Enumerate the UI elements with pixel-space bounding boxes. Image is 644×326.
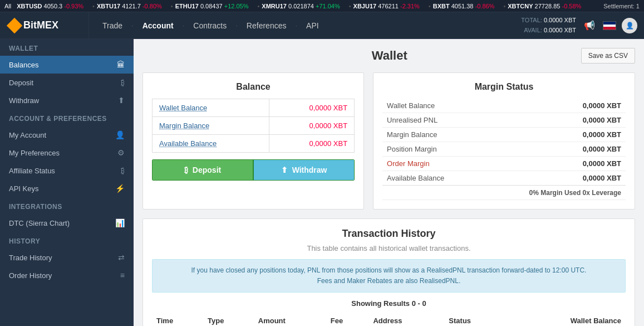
withdraw-btn-icon: ⬆ [281,166,288,174]
margin-table: Wallet Balance 0,0000 XBT Unrealised PNL… [382,99,626,200]
wallet-balance-value: 0,0000 XBT [269,99,354,117]
settlement-label: Settlement: 1 [603,3,640,9]
margin-wallet-balance-value: 0,0000 XBT [524,99,626,113]
col-amount: Amount [254,313,326,326]
sidebar-item-preferences[interactable]: My Preferences ⚙ [0,144,134,162]
transaction-section: Transaction History This table contains … [142,218,635,326]
order-history-icon: ≡ [120,271,125,280]
nav-contracts[interactable]: Contracts [184,12,235,38]
margin-balance-label[interactable]: Margin Balance [153,117,269,135]
wallet-header: Wallet Save as CSV [142,48,635,64]
sidebar-account-header: Account & Preferences [0,109,134,126]
ticker-item-ethu17[interactable]: ETHU17 0.08437 +12.05% [175,3,249,9]
nav-links: Trade · Account · Contracts · References… [89,12,521,38]
margin-section: Margin Status Wallet Balance 0,0000 XBT … [373,72,635,210]
available-balance-label2: Available Balance [382,171,524,186]
tx-info-line2: Fees and Maker Rebates are also Realised… [161,276,616,286]
available-balance-value: 0,0000 XBT [269,135,354,153]
save-csv-button[interactable]: Save as CSV [581,48,635,64]
sidebar-order-history-label: Order History [9,271,52,280]
action-buttons: ₿ Deposit ⬆ Withdraw [152,159,355,181]
balance-margin-row: Balance Wallet Balance 0,0000 XBT Margin… [142,72,635,210]
sidebar-affiliate-label: Affiliate Status [9,167,55,175]
sidebar-item-affiliate[interactable]: Affiliate Status ₿ [0,162,134,179]
unrealised-pnl-value: 0,0000 XBT [524,113,626,128]
order-margin-value: 0,0000 XBT [524,157,626,171]
sidebar-item-balances[interactable]: Balances 🏛 [0,56,134,74]
withdraw-button[interactable]: ⬆ Withdraw [254,160,354,180]
deposit-button[interactable]: ₿ Deposit [153,160,253,180]
dtc-icon: 📊 [115,218,125,227]
user-avatar[interactable]: 👤 [622,18,637,33]
sidebar-item-dtc[interactable]: DTC (Sierra Chart) 📊 [0,214,134,232]
sidebar: Wallet Balances 🏛 Deposit ₿ Withdraw ⬆ A… [0,39,134,326]
nav-right: TOTAL: 0.0000 XBT AVAIL: 0.0000 XBT 📢 👤 [521,16,644,35]
nav-api[interactable]: API [297,12,328,38]
position-margin-value: 0,0000 XBT [524,142,626,157]
logo[interactable]: BitMEX [0,12,89,38]
table-row: Available Balance 0,0000 XBT [382,171,626,186]
leverage-label: 0% Margin Used 0x Leverage [382,186,626,200]
ticker-item-xmru17[interactable]: XMRU17 0.021874 +71.04% [262,3,340,9]
col-time: Time [152,313,203,326]
sidebar-preferences-label: My Preferences [9,149,60,157]
announcement-icon[interactable]: 📢 [582,18,597,33]
ticker-item-xbtusd[interactable]: XBTUSD 4050.3 -0.93% [17,3,83,9]
ticker-item-xbtcny[interactable]: XBTCNY 27728.85 -0.58% [508,3,581,9]
ticker-item-bxbt[interactable]: BXBT 4051.38 -0.86% [433,3,495,9]
sidebar-item-deposit[interactable]: Deposit ₿ [0,74,134,91]
col-type: Type [203,313,254,326]
leverage-row: 0% Margin Used 0x Leverage [382,186,626,200]
sidebar-deposit-label: Deposit [9,79,33,87]
col-address: Address [368,313,444,326]
trade-history-icon: ⇄ [118,253,125,262]
sidebar-item-withdraw[interactable]: Withdraw ⬆ [0,91,134,109]
table-row: Available Balance 0,0000 XBT [153,135,355,153]
table-row: Margin Balance 0,0000 XBT [153,117,355,135]
margin-balance-value2: 0,0000 XBT [524,128,626,142]
api-keys-icon: ⚡ [115,184,125,193]
main-content: Wallet Save as CSV Balance Wallet Balanc… [134,39,644,326]
ticker-item-xbju17[interactable]: XBJU17 476211 -2.31% [353,3,420,9]
table-row: Unrealised PNL 0,0000 XBT [382,113,626,128]
sidebar-my-account-label: My Account [9,131,46,139]
sidebar-item-my-account[interactable]: My Account 👤 [0,126,134,144]
main-layout: Wallet Balances 🏛 Deposit ₿ Withdraw ⬆ A… [0,39,644,326]
wallet-title: Wallet [198,48,581,63]
balances-icon: 🏛 [117,60,125,69]
nav-trade[interactable]: Trade [94,12,131,38]
margin-balance-value: 0,0000 XBT [269,117,354,135]
withdraw-icon: ⬆ [118,96,125,105]
sidebar-balances-label: Balances [9,61,38,69]
ticker-all[interactable]: All [4,3,11,9]
account-icon: 👤 [115,130,125,139]
table-row: Wallet Balance 0,0000 XBT [153,99,355,117]
bitcoin-icon: ₿ [184,166,188,174]
sidebar-withdraw-label: Withdraw [9,96,39,105]
table-row: Margin Balance 0,0000 XBT [382,128,626,142]
nav-references[interactable]: References [238,12,296,38]
sidebar-dtc-label: DTC (Sierra Chart) [9,219,70,227]
sidebar-item-trade-history[interactable]: Trade History ⇄ [0,249,134,266]
sidebar-item-order-history[interactable]: Order History ≡ [0,266,134,284]
margin-wallet-balance-label: Wallet Balance [382,99,524,113]
nav-account[interactable]: Account [134,12,183,38]
sidebar-integrations-header: Integrations [0,197,134,214]
tx-results: Showing Results 0 - 0 [152,299,626,308]
tx-subtitle: This table contains all historical walle… [152,244,626,252]
balance-table: Wallet Balance 0,0000 XBT Margin Balance… [152,99,355,153]
ticker-item-xbtu17[interactable]: XBTU17 4121.7 -0.80% [97,3,162,9]
position-margin-label: Position Margin [382,142,524,157]
margin-title: Margin Status [382,82,626,92]
order-margin-label: Order Margin [382,157,524,171]
logo-text: BitMEX [9,20,58,31]
available-balance-label[interactable]: Available Balance [153,135,269,153]
col-status: Status [444,313,506,326]
col-wallet-balance: Wallet Balance [507,313,626,326]
tx-title: Transaction History [152,228,626,240]
balance-title: Balance [152,82,355,92]
sidebar-api-keys-label: API Keys [9,184,38,193]
language-flag[interactable] [603,21,616,30]
wallet-balance-label[interactable]: Wallet Balance [153,99,269,117]
sidebar-item-api-keys[interactable]: API Keys ⚡ [0,179,134,197]
